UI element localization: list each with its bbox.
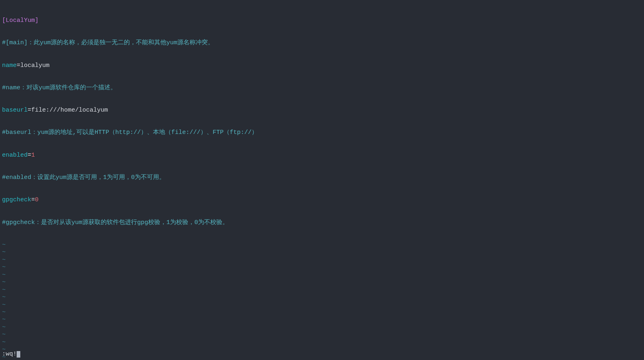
- config-line-comment: #gpgcheck：是否对从该yum源获取的软件包进行gpg校验，1为校验，0为…: [2, 219, 642, 226]
- empty-line-tilde: ~: [2, 294, 642, 301]
- comment-baseurl: #baseurl：yum源的地址,可以是HTTP（http://）、本地（fil…: [2, 129, 258, 136]
- comment-name: #name：对该yum源软件仓库的一个描述。: [2, 84, 116, 91]
- empty-line-tilde: ~: [2, 257, 642, 264]
- comment-gpgcheck: #gpgcheck：是否对从该yum源获取的软件包进行gpg校验，1为校验，0为…: [2, 219, 228, 226]
- empty-line-tilde: ~: [2, 241, 642, 249]
- equals-sign: =: [28, 152, 31, 159]
- empty-line-tilde: ~: [2, 354, 642, 360]
- vim-command-line[interactable]: :wq!: [2, 351, 20, 358]
- empty-line-tilde: ~: [2, 309, 642, 316]
- key-enabled: enabled: [2, 152, 28, 159]
- empty-line-tilde: ~: [2, 272, 642, 279]
- command-text: :wq!: [2, 351, 17, 358]
- value-baseurl: file:///home/localyum: [31, 107, 108, 114]
- config-line-comment: #[main]：此yum源的名称，必须是独一无二的，不能和其他yum源名称冲突。: [2, 39, 642, 47]
- empty-line-tilde: ~: [2, 287, 642, 294]
- key-baseurl: baseurl: [2, 107, 28, 114]
- cursor-icon: [17, 351, 20, 358]
- config-line-section: [LocalYum]: [2, 17, 642, 24]
- vim-editor-area[interactable]: [LocalYum] #[main]：此yum源的名称，必须是独一无二的，不能和…: [0, 0, 644, 360]
- config-line-baseurl: baseurl=file:///home/localyum: [2, 107, 642, 114]
- empty-line-tilde: ~: [2, 264, 642, 271]
- config-line-name: name=localyum: [2, 62, 642, 69]
- empty-line-tilde: ~: [2, 324, 642, 331]
- config-line-comment: #baseurl：yum源的地址,可以是HTTP（http://）、本地（fil…: [2, 129, 642, 136]
- config-line-comment: #enabled：设置此yum源是否可用，1为可用，0为不可用。: [2, 174, 642, 181]
- config-line-comment: #name：对该yum源软件仓库的一个描述。: [2, 84, 642, 92]
- value-gpgcheck: 0: [35, 196, 39, 203]
- equals-sign: =: [17, 62, 20, 69]
- empty-line-tilde: ~: [2, 346, 642, 354]
- empty-line-tilde: ~: [2, 339, 642, 346]
- comment-enabled: #enabled：设置此yum源是否可用，1为可用，0为不可用。: [2, 174, 165, 181]
- empty-line-tilde: ~: [2, 249, 642, 256]
- key-name: name: [2, 62, 17, 69]
- equals-sign: =: [31, 196, 35, 203]
- empty-line-tilde: ~: [2, 316, 642, 323]
- key-gpgcheck: gpgcheck: [2, 196, 31, 203]
- section-header: [LocalYum]: [2, 17, 39, 24]
- empty-line-tilde: ~: [2, 331, 642, 338]
- config-line-enabled: enabled=1: [2, 152, 642, 159]
- value-name: localyum: [20, 62, 50, 69]
- comment-main: #[main]：此yum源的名称，必须是独一无二的，不能和其他yum源名称冲突。: [2, 39, 214, 46]
- config-line-gpgcheck: gpgcheck=0: [2, 196, 642, 204]
- empty-lines-area: ~~~~~~~~~~~~~~~~~~~~~~~~~~~~~~~~: [2, 241, 642, 360]
- equals-sign: =: [28, 107, 31, 114]
- value-enabled: 1: [31, 152, 35, 159]
- empty-line-tilde: ~: [2, 302, 642, 309]
- empty-line-tilde: ~: [2, 279, 642, 286]
